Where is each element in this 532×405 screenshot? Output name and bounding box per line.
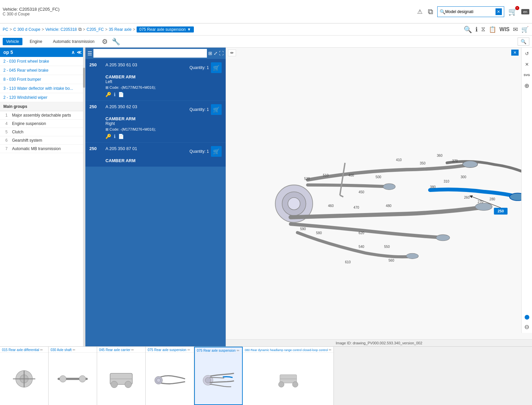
search-input[interactable] <box>445 9 496 14</box>
svg-text:260: 260 <box>464 196 470 199</box>
rt-btn-1[interactable]: ↺ <box>522 49 532 58</box>
parts-list-expand-icon[interactable]: ⤢ <box>214 51 218 56</box>
sidebar-close-icon[interactable]: ≪ <box>77 50 82 55</box>
part-doc-icon-0[interactable]: 📄 <box>118 92 124 97</box>
thumbnail-edit-icon-4[interactable]: ✏ <box>237 349 239 352</box>
parts-list: ☰ ⊞ ⤢ ⛶ 250 A 205 350 61 03 Quantity: 1 … <box>85 48 226 346</box>
search-clear-btn[interactable]: ✕ <box>496 8 502 15</box>
tab-engine[interactable]: Engine <box>26 38 46 45</box>
thumbnail-5[interactable]: 080 Rear dynamic headlamp range control … <box>243 347 334 405</box>
thumbnail-edit-icon-1[interactable]: ✏ <box>73 348 75 352</box>
svg-point-3 <box>288 198 300 210</box>
breadcrumb-vehicle[interactable]: Vehicle: C205318 <box>45 27 77 32</box>
breadcrumb-current[interactable]: 075 Rear axle suspension ▼ <box>137 26 194 32</box>
svg-text:350: 350 <box>420 161 426 165</box>
thumbnail-4[interactable]: 075 Rear axle suspension ✏ <box>194 347 243 405</box>
model-label: C 300 d Coupe <box>3 12 60 16</box>
thumbnail-0[interactable]: 015 Rear axle differential ✏ <box>0 347 49 405</box>
part-info-icon-1[interactable]: ℹ <box>114 134 116 139</box>
thumbnail-row: 015 Rear axle differential ✏ 030 Axle sh… <box>0 347 532 405</box>
sidebar-item-front-bumper[interactable]: 8 - 030 Front bumper <box>0 75 85 84</box>
cart-toolbar-icon[interactable]: 🛒 <box>521 25 529 34</box>
parts-list-search-input[interactable] <box>93 49 207 58</box>
part-pos-0: 250 <box>89 62 103 67</box>
part-item-0[interactable]: 250 A 205 350 61 03 Quantity: 1 🛒 CAMBER… <box>85 59 226 101</box>
breadcrumb-c205[interactable]: C205_FC <box>87 27 104 32</box>
sidebar-collapse-icon[interactable]: ∧ <box>71 50 75 55</box>
thumbnail-2[interactable]: 045 Rear axle carrier ✏ <box>97 347 146 405</box>
parts-list-grid-icon[interactable]: ⊞ <box>208 51 212 56</box>
sidebar-group-engine-suspension[interactable]: 4 Engine suspension <box>0 120 85 128</box>
diagram-canvas: 250 410 360 370 350 300 310 380 500 400 … <box>226 48 532 339</box>
sidebar-item-front-wheel-brake[interactable]: 2 - 030 Front wheel brake <box>0 57 85 66</box>
breadcrumb-toolbar: 🔍 ℹ ⧖ 📋 WIS ✉ 🛒 <box>463 25 529 34</box>
sidebar: op 5 ∧ ≪ 2 - 030 Front wheel brake 2 - 0… <box>0 48 85 346</box>
sidebar-group-auto-mb[interactable]: 7 Automatic MB transmission <box>0 145 85 153</box>
svg-point-7 <box>436 234 450 241</box>
zoom-in-icon[interactable]: 🔍 <box>463 25 473 34</box>
lang-badge: en <box>521 9 529 14</box>
diagram-edit-btn[interactable]: ✏ <box>228 50 236 56</box>
sidebar-item-water-deflector[interactable]: 3 - 110 Water deflector with intake bo..… <box>0 84 85 93</box>
parts-list-content: 250 A 205 350 61 03 Quantity: 1 🛒 CAMBER… <box>85 59 226 346</box>
svg-text:500: 500 <box>376 175 381 179</box>
vehicle-copy-icon[interactable]: ⧉ <box>78 26 82 32</box>
part-doc-icon-1[interactable]: 📄 <box>118 134 124 139</box>
part-item-2[interactable]: 250 A 205 350 87 01 Quantity: 1 🛒 CAMBER… <box>85 143 226 167</box>
part-icons-0: 🔑 ℹ 📄 <box>105 92 222 97</box>
thumbnail-edit-icon-0[interactable]: ✏ <box>40 348 43 352</box>
wis-icon[interactable]: WIS <box>499 26 510 33</box>
doc-warning-icon[interactable]: 📋 <box>488 25 497 34</box>
rt-btn-2[interactable]: ✕ <box>522 60 532 69</box>
part-cart-btn-2[interactable]: 🛒 <box>211 146 222 157</box>
svg-text:250: 250 <box>498 209 504 213</box>
svg-point-8 <box>406 253 419 259</box>
part-item-1[interactable]: 250 A 205 350 62 03 Quantity: 1 🛒 CAMBER… <box>85 101 226 143</box>
diagram-close-btn[interactable]: ✕ <box>511 50 519 56</box>
thumbnail-1[interactable]: 030 Axle shaft ✏ <box>49 347 97 405</box>
part-cart-btn-1[interactable]: 🛒 <box>211 104 222 115</box>
sidebar-item-windshield-wiper[interactable]: 2 - 120 Windshield wiper <box>0 93 85 102</box>
thumbnail-edit-icon-2[interactable]: ✏ <box>131 348 134 352</box>
svg-point-49 <box>125 381 132 388</box>
settings-icon[interactable]: ⚙ <box>102 38 108 46</box>
sidebar-header-icons: ∧ ≪ <box>71 50 82 55</box>
part-info-icon-0[interactable]: ℹ <box>114 92 116 97</box>
cart-icon-btn[interactable]: 🛒 + <box>507 7 519 17</box>
thumbnail-label-1: 030 Axle shaft ✏ <box>49 347 97 353</box>
filter-icon[interactable]: ⧖ <box>480 25 486 33</box>
info-icon[interactable]: ℹ <box>475 25 478 34</box>
breadcrumb-35[interactable]: 35 Rear axle <box>109 27 132 32</box>
part-key-icon-1[interactable]: 🔑 <box>105 134 111 139</box>
copy-icon-btn[interactable]: ⧉ <box>427 7 435 17</box>
svg-text:580: 580 <box>316 231 322 235</box>
sidebar-item-rear-wheel-brake[interactable]: 2 - 045 Rear wheel brake <box>0 66 85 75</box>
table-icon-1: ⊞ <box>105 127 108 131</box>
sidebar-group-clutch[interactable]: 5 Clutch <box>0 128 85 136</box>
sidebar-scrollbar[interactable] <box>83 48 85 346</box>
header-left: Vehicle: C205318 (C205_FC) C 300 d Coupe <box>3 7 60 16</box>
tab-auto-transmission[interactable]: Automatic transmission <box>50 38 98 45</box>
parts-list-fullscreen-icon[interactable]: ⛶ <box>219 51 224 56</box>
rt-btn-zoom-out[interactable]: ⊖ <box>522 322 532 332</box>
tab-search-btn[interactable]: 🔍 <box>518 38 529 46</box>
rt-btn-3[interactable]: SVG <box>522 70 532 80</box>
diagram-svg: 250 410 360 370 350 300 310 380 500 400 … <box>226 48 532 339</box>
thumbnail-edit-icon-3[interactable]: ✏ <box>187 348 190 352</box>
thumbnail-label-5: 080 Rear dynamic headlamp range control … <box>243 347 333 353</box>
rt-btn-zoom-in[interactable]: ⊕ <box>522 81 532 90</box>
parts-list-menu-icon[interactable]: ☰ <box>87 50 92 57</box>
breadcrumb-pc[interactable]: PC <box>3 27 8 32</box>
mail-icon[interactable]: ✉ <box>512 25 519 34</box>
breadcrumb-model[interactable]: C 300 d Coupe <box>13 27 41 32</box>
sidebar-group-major-assembly[interactable]: 1 Major assembly detachable parts <box>0 111 85 120</box>
thumbnail-edit-icon-5[interactable]: ✏ <box>329 348 331 352</box>
part-key-icon-0[interactable]: 🔑 <box>105 92 111 97</box>
wrench-icon[interactable]: 🔧 <box>112 38 120 46</box>
tab-vehicle[interactable]: Vehicle <box>3 38 22 45</box>
alert-icon-btn[interactable]: ⚠ <box>416 7 424 16</box>
thumbnail-img-1 <box>49 353 97 405</box>
thumbnail-3[interactable]: 075 Rear axle suspension ✏ <box>146 347 194 405</box>
part-cart-btn-0[interactable]: 🛒 <box>211 62 222 73</box>
sidebar-group-gearshift[interactable]: 6 Gearshift system <box>0 136 85 145</box>
